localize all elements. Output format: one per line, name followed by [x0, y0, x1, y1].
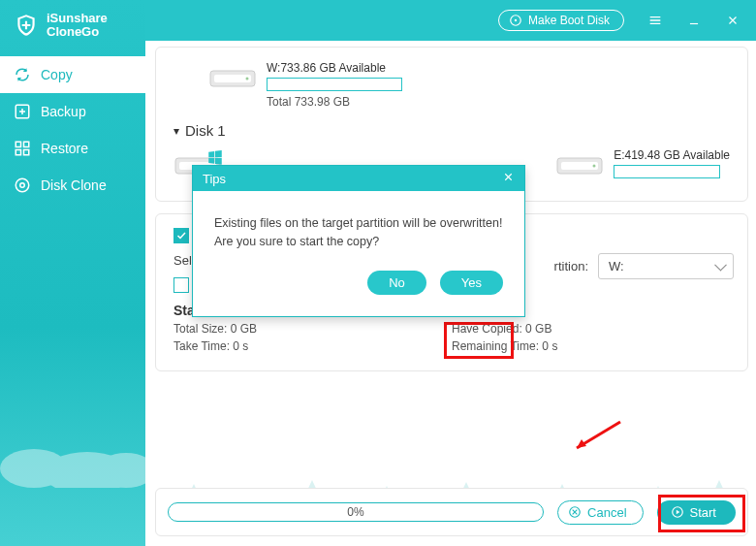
start-button[interactable]: Start [657, 500, 736, 525]
app-logo: iSunshare CloneGo [0, 0, 145, 50]
disk-1-header[interactable]: ▾ Disk 1 [173, 122, 730, 139]
titlebar: Make Boot Disk [145, 0, 756, 41]
checkbox-after[interactable] [173, 277, 189, 293]
windows-icon [206, 148, 224, 166]
drive-icon [208, 61, 257, 96]
button-label: No [389, 275, 405, 290]
app-name: iSunshare CloneGo [47, 12, 108, 39]
dialog-text-2: Are you sure to start the copy? [214, 233, 503, 251]
tips-dialog: Tips Existing files on the target partit… [192, 165, 525, 317]
close-button[interactable] [715, 6, 750, 35]
status-total-size: Total Size: 0 GB [173, 322, 452, 336]
progress-bar: 0% [168, 502, 544, 522]
disc-icon [509, 14, 522, 27]
dialog-title: Tips [203, 172, 226, 186]
checkbox-set[interactable] [173, 228, 189, 243]
dialog-titlebar: Tips [193, 166, 524, 191]
status-take-time: Take Time: 0 s [173, 339, 452, 353]
disk-clone-icon [14, 177, 31, 194]
svg-rect-2 [24, 142, 29, 146]
menu-button[interactable] [638, 6, 673, 35]
yes-button[interactable]: Yes [440, 271, 503, 295]
cloud-decoration [0, 401, 145, 488]
partition-e[interactable]: E:419.48 GB Available [555, 148, 730, 183]
minimize-icon [687, 14, 701, 27]
sidebar: iSunshare CloneGo Copy Backup Restore Di… [0, 0, 145, 546]
button-label: Cancel [587, 505, 626, 520]
dropdown-value: W: [609, 259, 624, 273]
svg-rect-13 [214, 75, 251, 82]
cancel-button[interactable]: Cancel [557, 500, 643, 525]
sidebar-label: Restore [41, 141, 88, 156]
partition-field-label: rtition: [554, 259, 588, 273]
grid-icon [14, 140, 31, 157]
progress-value: 0% [347, 505, 363, 519]
dialog-close-button[interactable] [502, 171, 515, 186]
dialog-footer: No Yes [193, 261, 524, 316]
annotation-arrow [567, 417, 625, 456]
status-remaining: Remaining Time: 0 s [452, 339, 730, 353]
partition-label: W:733.86 GB Available [267, 61, 402, 75]
svg-point-19 [593, 165, 596, 168]
partition-w[interactable]: W:733.86 GB Available Total 733.98 GB [208, 61, 730, 109]
cancel-icon [568, 505, 582, 519]
svg-point-14 [246, 78, 249, 80]
sidebar-label: Copy [41, 67, 73, 82]
disk-label: Disk 1 [185, 122, 226, 139]
bottom-bar: 0% Cancel Start [155, 488, 748, 536]
check-icon [175, 230, 187, 241]
target-partition-dropdown[interactable]: W: [598, 253, 734, 279]
sidebar-label: Disk Clone [41, 177, 107, 193]
svg-rect-3 [16, 150, 20, 155]
hamburger-icon [647, 13, 663, 28]
partition-usage-bar [267, 78, 402, 91]
drive-icon [555, 148, 604, 183]
play-icon [671, 505, 684, 519]
target-partition-row: rtition: W: [554, 253, 734, 279]
sidebar-item-disk-clone[interactable]: Disk Clone [0, 167, 145, 204]
minimize-button[interactable] [677, 6, 711, 35]
button-label: Make Boot Disk [528, 14, 610, 27]
sidebar-item-restore[interactable]: Restore [0, 130, 145, 167]
refresh-icon [14, 66, 31, 83]
plus-box-icon [14, 103, 31, 120]
dialog-body: Existing files on the target partition w… [193, 191, 524, 261]
button-label: Start [690, 505, 716, 520]
dialog-text-1: Existing files on the target partition w… [214, 214, 503, 233]
svg-rect-1 [16, 142, 20, 146]
close-icon [502, 171, 515, 183]
svg-point-6 [20, 183, 25, 188]
sidebar-label: Backup [41, 104, 86, 119]
chevron-down-icon: ▾ [173, 124, 179, 138]
make-boot-disk-button[interactable]: Make Boot Disk [498, 10, 624, 31]
sidebar-nav: Copy Backup Restore Disk Clone [0, 56, 145, 204]
sidebar-item-copy[interactable]: Copy [0, 56, 145, 93]
no-button[interactable]: No [367, 271, 426, 295]
partition-usage-bar [614, 165, 720, 178]
status-have-copied: Have Copied: 0 GB [452, 322, 730, 336]
sidebar-item-backup[interactable]: Backup [0, 93, 145, 130]
svg-rect-4 [24, 150, 29, 155]
svg-point-5 [16, 178, 29, 192]
svg-point-11 [515, 19, 517, 21]
close-icon [726, 14, 740, 27]
partition-total: Total 733.98 GB [267, 95, 402, 109]
svg-rect-18 [561, 162, 598, 170]
button-label: Yes [461, 275, 482, 290]
shield-icon [14, 13, 39, 38]
partition-label: E:419.48 GB Available [614, 148, 730, 162]
